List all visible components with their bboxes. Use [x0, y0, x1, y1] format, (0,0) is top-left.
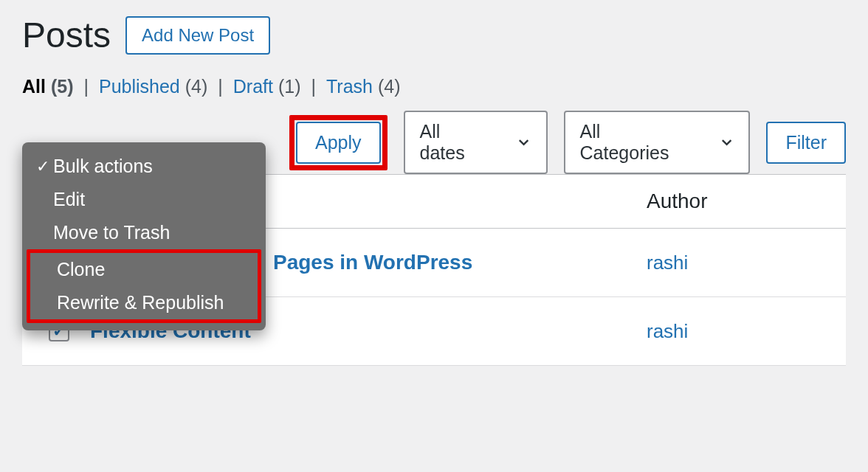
categories-select[interactable]: All Categories — [564, 111, 751, 174]
tab-label: All — [22, 76, 46, 97]
tab-all[interactable]: All (5) — [22, 76, 73, 97]
option-label: Clone — [57, 259, 105, 280]
option-label: Bulk actions — [53, 156, 153, 177]
categories-select-label: All Categories — [580, 121, 691, 164]
bulk-option-bulk-actions[interactable]: ✓ Bulk actions — [22, 150, 266, 183]
bulk-option-edit[interactable]: Edit — [22, 183, 266, 216]
apply-button[interactable]: Apply — [296, 122, 381, 164]
chevron-down-icon — [517, 135, 531, 150]
post-author-link[interactable]: rashi — [647, 251, 688, 274]
tab-count: (1) — [278, 76, 301, 97]
tab-count: (4) — [378, 76, 401, 97]
checkmark-icon: ✓ — [36, 157, 49, 176]
dates-select-label: All dates — [420, 121, 488, 164]
tab-label: Draft — [233, 76, 273, 97]
bulk-option-move-to-trash[interactable]: Move to Trash — [22, 216, 266, 249]
tab-label: Trash — [326, 76, 373, 97]
highlighted-options: Clone Rewrite & Republish — [27, 249, 261, 323]
tab-count: (4) — [185, 76, 208, 97]
separator: | — [307, 76, 321, 97]
post-title-link[interactable]: Pages in WordPress — [273, 251, 472, 274]
option-label: Edit — [53, 189, 85, 210]
bulk-actions-menu: ✓ Bulk actions Edit Move to Trash Clone … — [22, 142, 266, 330]
separator: | — [213, 76, 227, 97]
chevron-down-icon — [720, 135, 734, 150]
bulk-controls-row: ✓ Bulk actions Edit Move to Trash Clone … — [22, 111, 846, 174]
dates-select[interactable]: All dates — [404, 111, 548, 174]
author-column-header[interactable]: Author — [647, 190, 824, 213]
bulk-option-rewrite-republish[interactable]: Rewrite & Republish — [30, 286, 258, 319]
tab-count: (5) — [51, 76, 74, 97]
tab-published[interactable]: Published (4) — [99, 76, 207, 97]
tab-trash[interactable]: Trash (4) — [326, 76, 401, 97]
status-filter-tabs: All (5) | Published (4) | Draft (1) | Tr… — [22, 76, 846, 97]
add-new-post-button[interactable]: Add New Post — [125, 16, 270, 55]
option-label: Rewrite & Republish — [57, 292, 224, 313]
separator: | — [79, 76, 93, 97]
option-label: Move to Trash — [53, 222, 170, 243]
filter-button[interactable]: Filter — [766, 122, 846, 164]
page-title: Posts — [22, 15, 111, 55]
bulk-option-clone[interactable]: Clone — [30, 253, 258, 286]
apply-button-highlight: Apply — [289, 115, 388, 170]
post-author-link[interactable]: rashi — [647, 320, 688, 342]
tab-label: Published — [99, 76, 180, 97]
tab-draft[interactable]: Draft (1) — [233, 76, 301, 97]
